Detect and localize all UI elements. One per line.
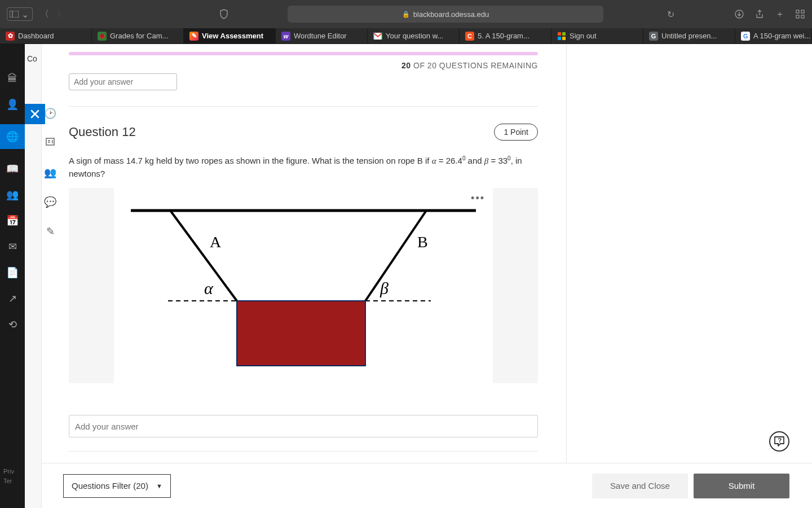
qtext-eq1: = 26.4 [436,156,462,165]
new-tab-icon[interactable]: ＋ [775,9,785,19]
footer-links-truncated: Priv Ter [3,467,14,487]
footer-privacy: Priv [3,467,14,477]
browser-top-chrome: ⌄ 〈 〉 🔒 blackboard.odessa.edu ↻ ＋ [0,0,812,28]
chat-icon[interactable]: 💬 [44,196,56,208]
chevron-down-icon: ⌄ [20,9,30,19]
tabs-overview-icon[interactable] [795,9,805,19]
svg-rect-3 [796,10,799,13]
tab-label: Grades for Cam... [110,32,168,40]
groups-icon[interactable]: 👥 [6,189,19,201]
favicon-grades-icon: 🐞 [98,32,107,41]
tab-strip: ✿ Dashboard 🐞 Grades for Cam... ✎ View A… [0,28,812,44]
url-bar[interactable]: 🔒 blackboard.odessa.edu [288,6,603,23]
nav-forward-icon[interactable]: 〉 [56,9,67,19]
svg-rect-6 [801,15,804,18]
chevron-down-icon: ▼ [156,483,162,489]
blackboard-nav-rail: 🏛 👤 🌐 📖 👥 📅 ✉ 📄 ↗ ⟲ [0,44,25,508]
figure-label-a: A [210,233,222,251]
profile-icon[interactable]: 👤 [6,98,19,111]
tools-icon[interactable]: ↗ [6,292,19,305]
tab-label: Dashboard [18,32,54,40]
tab-label: Sign out [570,32,597,40]
questions-remaining: 20 OF 20 QUESTIONS REMAINING [69,61,538,70]
close-icon [30,109,40,119]
messages-icon[interactable]: ✉ [6,240,19,253]
svg-rect-8 [562,32,566,36]
details-icon[interactable] [45,137,55,150]
favicon-microsoft-icon [557,32,566,41]
downloads-icon[interactable] [734,9,744,19]
question-divider-bottom [69,451,538,452]
grades-icon[interactable]: 📄 [6,266,19,279]
question-header: Question 12 1 Point [69,124,538,141]
svg-rect-5 [796,15,799,18]
tab-slides[interactable]: G Untitled presen... [643,28,735,43]
people-icon[interactable]: 👥 [44,167,56,179]
app-shell: 🏛 👤 🌐 📖 👥 📅 ✉ 📄 ↗ ⟲ Co 🕑 👥 💬 ✎ [0,44,812,508]
favicon-assessment-icon: ✎ [189,32,198,41]
tab-view-assessment[interactable]: ✎ View Assessment [184,28,276,43]
previous-answer-field [69,73,566,90]
chrome-right-controls: ＋ [734,9,805,19]
lock-icon: 🔒 [402,11,410,18]
progress-wrap [69,44,538,55]
tab-chegg[interactable]: C 5. A 150-gram... [460,28,551,43]
edit-icon[interactable]: ✎ [46,225,55,238]
tab-signout[interactable]: Sign out [551,28,643,43]
clock-icon[interactable]: 🕑 [44,107,56,120]
tab-label: 5. A 150-gram... [478,32,529,40]
assessment-bottom-bar: Questions Filter (20) ▼ Save and Close S… [42,463,812,508]
nav-back-icon[interactable]: 〈 [39,9,50,19]
chrome-left-controls: ⌄ 〈 〉 [7,7,67,21]
svg-rect-9 [558,37,561,40]
svg-text:?: ? [778,437,782,444]
figure-left-pad [69,188,114,383]
svg-line-16 [365,211,426,301]
remaining-count: 20 [401,61,411,70]
tab-grades[interactable]: 🐞 Grades for Cam... [92,28,184,43]
figure-main: ••• [114,188,493,383]
help-icon: ? [773,435,786,448]
tab-dashboard[interactable]: ✿ Dashboard [0,28,92,43]
activity-icon[interactable]: 🌐 [0,124,25,149]
shield-icon[interactable] [219,9,229,19]
answer-field-wrap [69,415,538,437]
svg-rect-4 [801,10,804,13]
submit-button[interactable]: Submit [694,474,789,498]
favicon-gmail-icon [373,32,382,41]
signout-icon[interactable]: ⟲ [6,318,19,331]
svg-rect-19 [237,301,365,366]
close-assessment-button[interactable] [25,104,45,124]
tab-google[interactable]: G A 150-gram wei... [735,28,812,43]
course-label-truncated: Co [27,54,37,63]
tab-label: Untitled presen... [661,32,717,40]
tab-label: Wordtune Editor [294,32,347,40]
calendar-icon[interactable]: 📅 [6,214,19,227]
answer-input[interactable] [69,415,538,437]
previous-answer-input[interactable] [69,73,177,90]
favicon-slides-icon: G [649,32,658,41]
sidebar-toggle[interactable]: ⌄ [7,7,33,21]
questions-filter-button[interactable]: Questions Filter (20) ▼ [63,474,171,498]
figure-canvas: A B α β [114,188,493,383]
tab-gmail[interactable]: Your question w... [368,28,460,43]
qtext-eq2: = 33 [488,156,508,165]
tab-wordtune[interactable]: w Wordtune Editor [276,28,368,43]
figure-label-b: B [417,233,428,251]
favicon-chegg-icon: C [465,32,474,41]
favicon-wordtune-icon: w [281,32,290,41]
courses-icon[interactable]: 📖 [6,163,19,175]
qtext-pre: A sign of mass 14.7 kg held by two ropes… [69,156,432,165]
figure-beta: β [379,279,389,297]
institution-icon[interactable]: 🏛 [6,72,19,85]
share-icon[interactable] [754,9,765,19]
alpha-symbol: α [432,156,436,165]
svg-line-15 [170,211,237,301]
assessment-content: 20 OF 20 QUESTIONS REMAINING Question 12… [59,44,566,508]
save-close-button[interactable]: Save and Close [592,474,688,498]
favicon-google-icon: G [741,32,750,41]
help-button[interactable]: ? [769,431,789,452]
tab-label: A 150-gram wei... [753,32,810,40]
filter-label: Questions Filter (20) [72,481,148,491]
reload-icon[interactable]: ↻ [665,9,676,19]
